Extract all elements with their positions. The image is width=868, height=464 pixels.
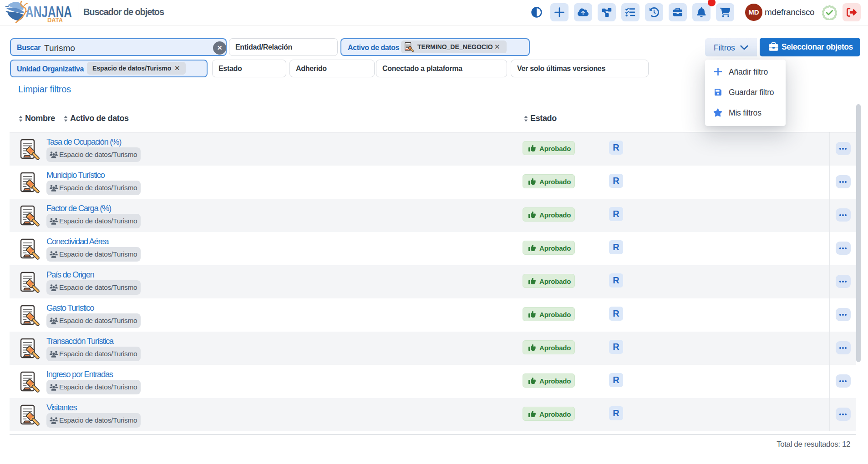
svg-text:DATA: DATA: [47, 16, 63, 24]
